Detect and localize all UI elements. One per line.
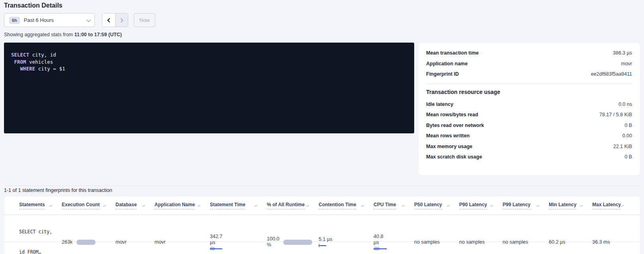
sort-icon[interactable]: ▴▾ bbox=[142, 205, 145, 207]
sort-icon[interactable]: ▴▾ bbox=[447, 205, 450, 207]
statement-time-cell: 342.7 µs bbox=[210, 234, 267, 251]
sort-icon[interactable]: ▴▾ bbox=[103, 205, 106, 207]
column-header-statements[interactable]: Statements▴▾ bbox=[19, 202, 62, 209]
sort-icon[interactable]: ▴▾ bbox=[580, 205, 583, 207]
resource-row: Max scratch disk usage 0 B bbox=[426, 152, 632, 162]
statement-fingerprints-caption: 1-1 of 1 statement fingerprints for this… bbox=[4, 188, 112, 193]
column-header-database[interactable]: Database▴▾ bbox=[115, 202, 155, 209]
column-header-execution-count[interactable]: Execution Count▴▾ bbox=[62, 202, 115, 209]
resource-value: 0 B bbox=[624, 154, 632, 160]
column-header-p50-latency[interactable]: P50 Latency▴▾ bbox=[414, 202, 459, 209]
summary-value: ee2df683f5aa9411 bbox=[591, 71, 632, 77]
resource-label: Max scratch disk usage bbox=[426, 154, 482, 160]
statement-line: SELECT city, bbox=[19, 229, 55, 235]
table-row: SELECT city, id FROM… 263k movr movr 342… bbox=[4, 215, 640, 242]
cpu-time-unit: µs bbox=[374, 240, 408, 246]
contention-time-cell: 5.1 µs bbox=[319, 236, 374, 248]
column-header-min-latency[interactable]: Min Latency▴▾ bbox=[549, 202, 592, 209]
column-header-p90-latency[interactable]: P90 Latency▴▾ bbox=[459, 202, 503, 209]
sort-icon[interactable]: ▴▾ bbox=[621, 205, 624, 207]
cpu-time-bar bbox=[374, 247, 388, 251]
resource-row: Mean rows/bytes read 78.17 / 5.8 KiB bbox=[426, 109, 632, 120]
sql-statement-box: SELECT city, id FROM vehicles WHERE city… bbox=[4, 43, 414, 133]
application-name-cell: movr bbox=[155, 239, 210, 245]
sql-line: FROM vehicles bbox=[11, 59, 407, 66]
time-range-dropdown[interactable]: 6h Past 6 Hours bbox=[4, 13, 95, 27]
column-label: Statements bbox=[19, 202, 45, 209]
p99-latency-cell: no samples bbox=[503, 239, 549, 245]
resource-row: Idle latency 0.0 ns bbox=[426, 99, 632, 110]
column-header-application-name[interactable]: Application Name▴▾ bbox=[155, 202, 210, 209]
divider bbox=[426, 84, 632, 84]
resource-value: 0.0 ns bbox=[619, 102, 632, 107]
summary-row: Mean transaction time 386.3 µs bbox=[426, 48, 632, 59]
next-time-button[interactable] bbox=[115, 14, 128, 27]
pct-runtime-bar bbox=[283, 240, 312, 245]
column-label: Execution Count bbox=[62, 202, 100, 209]
resource-value: 78.17 / 5.8 KiB bbox=[599, 112, 632, 117]
chevron-down-icon bbox=[86, 17, 91, 21]
column-label: Max Latency bbox=[592, 202, 621, 209]
now-button[interactable]: Now bbox=[134, 13, 155, 27]
sort-icon[interactable]: ▴▾ bbox=[490, 205, 493, 207]
summary-value: movr bbox=[621, 61, 632, 66]
resource-label: Idle latency bbox=[426, 102, 453, 107]
table-header-row: Statements▴▾ Execution Count▴▾ Database▴… bbox=[4, 196, 640, 215]
resource-value: 0 B bbox=[624, 123, 632, 128]
contention-time-bar bbox=[319, 244, 327, 248]
column-header-max-latency[interactable]: Max Latency▴▾ bbox=[592, 202, 633, 209]
column-label: Min Latency bbox=[549, 202, 576, 209]
resource-row: Mean rows written 0.00 bbox=[426, 131, 632, 141]
pct-runtime-value: 100.0 bbox=[267, 236, 279, 242]
execution-count-bar bbox=[76, 240, 96, 245]
resource-usage-title: Transaction resource usage bbox=[426, 89, 632, 95]
sort-icon[interactable]: ▴▾ bbox=[306, 205, 309, 207]
database-cell: movr bbox=[115, 239, 155, 245]
column-header-pct-runtime[interactable]: % of All Runtime▴▾ bbox=[267, 202, 319, 209]
cpu-time-value: 40.8 bbox=[374, 234, 408, 240]
statement-link[interactable]: SELECT city, id FROM… bbox=[19, 215, 62, 254]
time-range-label: Past 6 Hours bbox=[24, 17, 84, 23]
resource-row: Bytes read over network 0 B bbox=[426, 120, 632, 131]
statement-line: id FROM… bbox=[19, 249, 55, 254]
contention-time-value: 5.1 µs bbox=[319, 236, 367, 242]
column-header-statement-time[interactable]: Statement Time▴▾ bbox=[210, 202, 267, 209]
summary-label: Application name bbox=[426, 61, 468, 66]
column-header-p99-latency[interactable]: P99 Latency▴▾ bbox=[503, 202, 549, 209]
resource-label: Max memory usage bbox=[426, 144, 472, 149]
sort-icon[interactable]: ▴▾ bbox=[254, 205, 257, 207]
column-header-contention-time[interactable]: Contention Time▴▾ bbox=[319, 202, 374, 209]
chevron-right-icon bbox=[119, 18, 123, 22]
execution-count-value: 263k bbox=[62, 239, 72, 245]
max-latency-cell: 36.3 ms bbox=[592, 239, 632, 245]
cpu-time-cell: 40.8 µs bbox=[374, 234, 414, 251]
previous-time-button[interactable] bbox=[102, 14, 115, 27]
sort-icon[interactable]: ▴▾ bbox=[361, 205, 364, 207]
summary-label: Mean transaction time bbox=[426, 50, 479, 56]
column-label: Database bbox=[115, 202, 137, 209]
page-title: Transaction Details bbox=[4, 2, 63, 9]
p50-latency-cell: no samples bbox=[414, 239, 459, 245]
p90-latency-cell: no samples bbox=[459, 239, 503, 245]
summary-row: Application name movr bbox=[426, 59, 632, 69]
sort-icon[interactable]: ▴▾ bbox=[536, 205, 539, 207]
column-label: Application Name bbox=[155, 202, 195, 209]
min-latency-cell: 60.2 µs bbox=[549, 239, 592, 245]
resource-label: Mean rows written bbox=[426, 133, 470, 139]
column-label: Statement Time bbox=[210, 202, 245, 209]
sql-line: WHERE city = $1 bbox=[11, 65, 407, 72]
pct-runtime-unit: % bbox=[267, 242, 279, 248]
stats-range: 11:00 to 17:59 (UTC) bbox=[74, 32, 122, 37]
resource-value: 0.00 bbox=[622, 133, 632, 139]
sort-icon[interactable]: ▴▾ bbox=[402, 205, 405, 207]
resource-label: Mean rows/bytes read bbox=[426, 112, 478, 117]
column-label: CPU Time bbox=[374, 202, 396, 209]
time-range-badge: 6h bbox=[9, 17, 20, 24]
column-label: P50 Latency bbox=[414, 202, 442, 209]
statement-time-bar bbox=[210, 247, 223, 251]
column-header-cpu-time[interactable]: CPU Time▴▾ bbox=[374, 202, 414, 209]
column-label: Contention Time bbox=[319, 202, 356, 209]
statements-table: Statements▴▾ Execution Count▴▾ Database▴… bbox=[4, 196, 640, 254]
sort-icon[interactable]: ▴▾ bbox=[198, 205, 200, 207]
sort-icon[interactable]: ▴▾ bbox=[49, 205, 52, 207]
